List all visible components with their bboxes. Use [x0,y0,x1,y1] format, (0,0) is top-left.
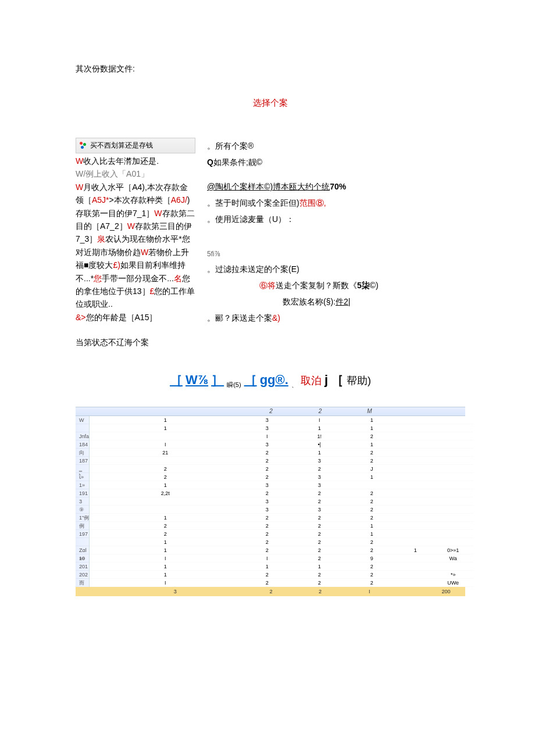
grid-cell [398,473,433,481]
option-suffix: ©) [370,281,379,290]
grid-cell: *» [433,571,473,579]
fragment: j [324,372,328,387]
grid-cell [398,424,433,432]
option-time-range[interactable]: 茎于时间或个案全距但)范围⑧, [207,195,465,211]
grid-cell [398,449,433,457]
grid-cell [398,465,433,473]
option-label: 送走个案复制？斯数《 [276,281,357,290]
grid-cell: 2 [345,449,398,457]
grid-cell [398,481,433,489]
grid-rowhead-cell: ῒ» [76,473,89,481]
grid-cell [398,457,433,465]
grid-cell [398,538,433,546]
select-case-title: 选择个案 [76,98,465,109]
bracket: ［ [331,372,344,387]
cancel-button-fragment[interactable]: 取泊 [301,375,322,386]
option-prefix: ⑥将 [259,281,276,290]
subscript: 瞬(5) [227,381,241,388]
bracket: ］ [211,372,224,387]
grid-cell: I [90,440,241,449]
grid-cell [433,432,473,440]
field-label: 数宏族名称(§): [283,297,336,306]
grid-cell [398,416,433,424]
grid-cell [398,562,433,571]
grid-cell: 3 [293,481,345,489]
var-marker: £) [113,260,120,270]
ok-button-fragment[interactable]: W⅞ [186,372,208,387]
bracket: ［ [244,372,257,387]
variable-list[interactable]: W收入比去年潸加还是. W/例上收入「A01」 W月收入水平［A4),本次存款金… [76,153,195,325]
grid-cell: 1 [345,424,398,432]
grid-rowhead-cell: Jnfa 184 [76,432,89,440]
grid-cell [398,554,433,562]
grid-cell [398,579,433,587]
grid-rowhead-cell: 1» [76,481,89,489]
grid-cell: 1 [345,473,398,481]
grid-cell [398,571,433,579]
subscript: 、 [291,381,298,388]
grid-cell [90,506,241,514]
options-panel: 所有个案® Q如果条件;靓© @陶机个案样本©)博本瓯大约个统70% 茎于时间或… [207,138,465,326]
grid-cell: 2 [345,571,398,579]
grid-cell [433,489,473,497]
grid-cell [398,489,433,497]
button-row-title: ［ W⅞ ］ 瞬(5) ［ gg®. 、 取泊 j ［ 帮助) [76,371,465,389]
grid-cell: I [241,554,293,562]
grid-cell: 1 [293,562,345,571]
option-label: 如果条件;靓© [213,157,262,167]
grid-cell: 1 [241,562,293,571]
grid-rowhead-cell: 例 [76,522,89,530]
grid-cell: 1 [90,538,241,546]
option-filter-out[interactable]: 过滤拉未送定的个案(E) [207,261,465,277]
paste-button-fragment[interactable]: gg®. [260,372,288,387]
grid-cell: UWe [433,579,473,587]
grid-cell: 1 [90,546,241,554]
var-marker: W [154,209,162,218]
grid-rowhead-cell: 201 [76,562,89,571]
grid-cell [90,457,241,465]
var-marker: W [76,156,83,166]
grid-cell: 2 [90,473,241,481]
data-grid[interactable]: 22M WJnfa 184向187‗ῒ»1»1913⑨1"例例197Ζαl 1»… [76,407,465,596]
help-button-fragment[interactable]: 帮助) [347,375,371,386]
grid-footer-row: 322I200 [76,587,465,596]
grid-cell: 3 [241,416,293,424]
grid-cell [433,465,473,473]
grid-cell: 1 [90,424,241,432]
option-delete-unselected[interactable]: 郦？床送走个案&) [207,310,465,326]
option-use-filter-var[interactable]: 使用近滤麦量（U）： [207,211,465,227]
grid-cell [90,497,241,506]
grid-cell: I [90,554,241,562]
grid-cell: 2 [345,562,398,571]
grid-cell: 2 [293,538,345,546]
grid-cell: 2 [90,530,241,538]
option-label: 茎于时间或个案全距但) [215,198,299,207]
grid-cell: 1 [345,522,398,530]
grid-cell: 9 [345,554,398,562]
grid-cell [433,457,473,465]
grid-rowhead-cell: ⑨ [76,506,89,514]
grid-cell [433,530,473,538]
grid-cell: 2 [293,530,345,538]
var-marker: W/ [76,169,85,178]
grid-cell [433,440,473,449]
grid-cell [433,481,473,489]
option-if-condition[interactable]: Q如果条件;靓© [207,154,465,170]
option-random-sample[interactable]: @陶机个案样本©)博本瓯大约个统70% [207,178,465,195]
var-marker: 泉 [97,234,105,243]
grid-cell [433,562,473,571]
grid-header-cell: M [345,408,394,414]
option-all-cases[interactable]: 所有个案® [207,138,465,154]
grid-cell: 1 [90,562,241,571]
grid-cell: 1 [398,546,433,554]
grid-cell: 2 [345,579,398,587]
var-text: 您的年龄是［A15］ [86,313,158,322]
grid-cell: 2 [241,530,293,538]
grid-cell [398,506,433,514]
grid-footer-cell: 2 [295,589,345,594]
var-marker: &> [76,313,86,322]
dataset-name-row[interactable]: 数宏族名称(§):件2| [207,293,465,310]
grid-cell: I [241,432,293,440]
grid-cell: 2 [293,579,345,587]
option-copy-selected[interactable]: ⑥将送走个案复制？斯数《5柒©) [207,277,465,293]
